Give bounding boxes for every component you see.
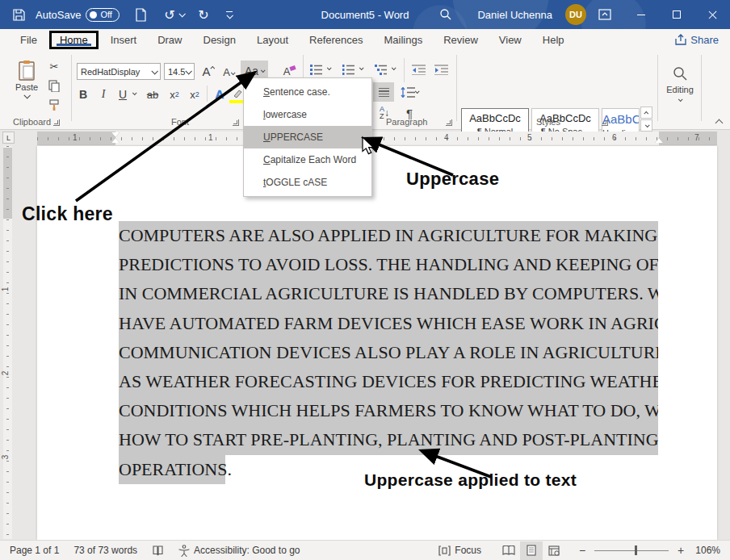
clipboard-icon <box>17 60 36 81</box>
styles-scroll-down[interactable] <box>640 119 652 132</box>
font-dialog-launcher[interactable] <box>233 119 239 126</box>
text-line[interactable]: COMPUTERS ARE ALSO APPLIED IN AGRICULTUR… <box>119 221 658 250</box>
text-line[interactable]: COMMUNICATION DEVICES ALSO PLAY A ROLE I… <box>119 338 658 367</box>
tab-file[interactable]: File <box>10 31 48 49</box>
proofing-icon[interactable] <box>152 545 164 557</box>
selected-text-block[interactable]: COMPUTERS ARE ALSO APPLIED IN AGRICULTUR… <box>119 221 658 484</box>
title-bar: AutoSave Off ↺ ↻ Document5 - Word Daniel… <box>0 0 730 29</box>
bold-button[interactable]: B <box>74 86 92 103</box>
new-document-icon[interactable] <box>131 4 152 25</box>
italic-button[interactable]: I <box>95 86 111 103</box>
first-line-indent-marker[interactable] <box>111 132 120 137</box>
user-name[interactable]: Daniel Uchenna <box>477 9 552 21</box>
eraser-icon <box>290 65 296 71</box>
accessibility-status[interactable]: Accessibility: Good to go <box>178 545 300 557</box>
styles-dialog-launcher[interactable] <box>602 119 608 126</box>
undo-chevron-icon[interactable] <box>178 10 185 17</box>
font-name-combo[interactable]: RedHatDisplay <box>77 63 161 80</box>
zoom-out-button[interactable]: − <box>577 544 588 557</box>
menu-item-toggle-case[interactable]: tOGGLE cASE <box>244 171 371 194</box>
increase-indent-button[interactable] <box>431 61 451 78</box>
text-effects-button[interactable]: A <box>210 84 229 103</box>
close-button[interactable] <box>694 0 730 29</box>
zoom-slider[interactable] <box>594 550 669 551</box>
multilevel-list-button[interactable] <box>372 61 390 78</box>
word-count[interactable]: 73 of 73 words <box>73 545 137 556</box>
underline-button[interactable]: U <box>115 86 131 103</box>
align-justify-button[interactable] <box>373 82 394 102</box>
tab-references[interactable]: References <box>299 31 373 49</box>
numbering-chevron-icon[interactable] <box>359 65 364 70</box>
vertical-ruler[interactable]: 1 2 3 <box>3 146 12 539</box>
tab-selector[interactable]: L <box>2 132 15 144</box>
tab-draw[interactable]: Draw <box>147 31 192 49</box>
search-icon[interactable] <box>435 4 456 25</box>
tab-design[interactable]: Design <box>193 31 246 49</box>
change-case-menu: Sentence case. lowercase UPPERCASE Capit… <box>243 77 372 197</box>
copy-button[interactable] <box>45 77 63 94</box>
highlighter-icon <box>232 89 243 99</box>
save-icon[interactable] <box>8 4 29 25</box>
bullets-chevron-icon[interactable] <box>327 65 332 70</box>
tab-help[interactable]: Help <box>532 31 575 49</box>
superscript-button[interactable]: x2 <box>185 86 204 103</box>
quick-access-toolbar-menu[interactable] <box>226 11 233 19</box>
print-layout-button[interactable] <box>520 541 543 560</box>
editing-button[interactable]: Editing <box>665 60 694 108</box>
text-line[interactable]: AS WEATHER FORECASTING DEVICES FOR PREDI… <box>119 367 658 396</box>
menu-item-lowercase[interactable]: lowercase <box>244 103 371 126</box>
tab-view[interactable]: View <box>489 31 532 49</box>
hanging-indent-marker[interactable] <box>111 138 120 143</box>
page-indicator[interactable]: Page 1 of 1 <box>10 545 59 556</box>
share-icon <box>675 34 686 45</box>
format-painter-button[interactable] <box>45 97 63 113</box>
line-spacing-button[interactable] <box>397 82 422 102</box>
paste-button[interactable]: Paste <box>11 56 42 124</box>
tab-home[interactable]: Home <box>49 31 99 49</box>
text-line[interactable]: HAVE AUTOMATED FARM DEVICES WHICH EASE W… <box>119 309 658 338</box>
zoom-level[interactable]: 106% <box>686 545 720 556</box>
avatar[interactable]: DU <box>565 4 586 25</box>
clipboard-dialog-launcher[interactable] <box>53 119 60 126</box>
strikethrough-button[interactable]: ab <box>142 86 163 103</box>
text-line[interactable]: PREDICTIONS TO AVOID LOSS. THE HANDLING … <box>119 250 658 279</box>
minimize-button[interactable] <box>623 0 659 29</box>
numbering-button[interactable] <box>340 61 358 78</box>
text-line[interactable]: IN COMMERCIAL AGRICULTURE IS HANDLED BY … <box>119 279 658 308</box>
menu-item-uppercase[interactable]: UPPERCASE <box>244 126 371 148</box>
text-line[interactable]: CONDITIONS WHICH HELPS FARMERS TO KNOW W… <box>119 396 658 425</box>
ribbon-display-options-icon[interactable] <box>594 4 615 25</box>
cut-button[interactable]: ✂ <box>45 58 63 74</box>
collapse-ribbon-icon[interactable] <box>715 119 724 127</box>
web-layout-button[interactable] <box>543 541 565 560</box>
undo-button[interactable]: ↺ <box>160 7 179 23</box>
text-line[interactable]: HOW TO START PRE-PLANTING, PLANTING AND … <box>119 425 658 454</box>
underline-chevron-icon[interactable] <box>132 90 137 95</box>
annotation-applied: Uppercase applied to text <box>364 470 577 490</box>
tab-review[interactable]: Review <box>433 31 489 49</box>
focus-button[interactable]: Focus <box>438 545 481 556</box>
styles-scroll-up[interactable] <box>640 107 652 119</box>
font-size-combo[interactable]: 14.5 <box>164 63 195 80</box>
paragraph-dialog-launcher[interactable] <box>446 119 452 126</box>
zoom-in-button[interactable]: + <box>675 544 686 557</box>
redo-button[interactable]: ↻ <box>194 7 213 23</box>
tab-mailings[interactable]: Mailings <box>374 31 434 49</box>
zoom-slider-thumb[interactable] <box>635 545 637 555</box>
tab-insert[interactable]: Insert <box>100 31 148 49</box>
autosave-toggle[interactable]: Off <box>86 8 119 22</box>
horizontal-ruler[interactable]: 1 1 2 3 4 5 6 7 <box>37 132 717 145</box>
grow-font-button[interactable]: A <box>199 61 218 81</box>
read-mode-button[interactable] <box>497 541 520 560</box>
share-button[interactable]: Share <box>675 34 719 46</box>
right-indent-marker[interactable] <box>655 138 663 143</box>
multilevel-chevron-icon[interactable] <box>392 65 396 70</box>
maximize-button[interactable] <box>659 0 694 29</box>
menu-item-sentence-case[interactable]: Sentence case. <box>244 81 371 103</box>
subscript-button[interactable]: x2 <box>165 86 184 103</box>
menu-item-capitalize-each-word[interactable]: Capitalize Each Word <box>244 148 371 171</box>
decrease-indent-button[interactable] <box>409 61 428 78</box>
tab-layout[interactable]: Layout <box>246 31 299 49</box>
shrink-font-button[interactable]: A <box>220 63 237 81</box>
bullets-button[interactable] <box>308 61 325 78</box>
